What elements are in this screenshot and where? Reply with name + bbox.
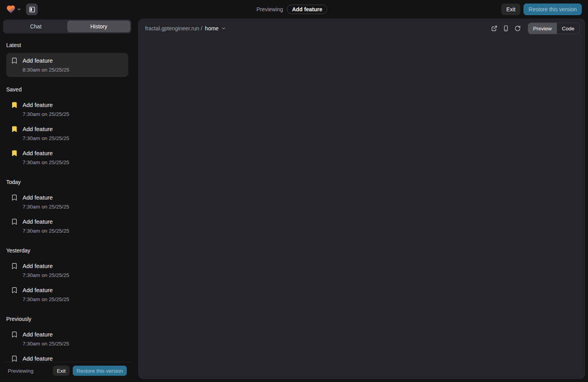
- preview-toolbar: Preview Code: [489, 23, 580, 34]
- smartphone-icon: [503, 25, 509, 32]
- section-title: Saved: [6, 86, 128, 93]
- bookmark-outline-icon: [11, 355, 18, 362]
- bookmark-filled-icon: [11, 126, 18, 133]
- item-title: Add feature: [23, 125, 69, 133]
- item-title: Add feature: [23, 262, 69, 270]
- item-title: Add feature: [23, 218, 69, 226]
- item-timestamp: 7:30am on 25/25/25: [23, 135, 69, 142]
- refresh-button[interactable]: [512, 23, 523, 34]
- topbar-left: [6, 4, 38, 15]
- tab-code[interactable]: Code: [557, 23, 579, 34]
- version-name-badge: Add feature: [287, 5, 327, 14]
- item-timestamp: 7:30am on 25/25/25: [23, 203, 69, 210]
- section-title: Today: [6, 179, 128, 185]
- bookmark-filled-icon: [11, 102, 18, 109]
- preview-viewport: [139, 38, 584, 378]
- history-item[interactable]: Add feature7:30am on 25/25/25: [6, 258, 128, 282]
- item-timestamp: 7:30am on 25/25/25: [23, 296, 69, 303]
- section-title: Latest: [6, 42, 128, 48]
- restore-version-button[interactable]: Restore this version: [523, 4, 582, 15]
- chevron-down-icon: [17, 7, 21, 12]
- section-title: Previously: [6, 316, 128, 322]
- history-list: LatestAdd feature8:30am on 25/25/25Saved…: [3, 36, 131, 362]
- previewing-label: Previewing: [256, 6, 283, 12]
- item-timestamp: 7:30am on 25/25/25: [23, 272, 69, 279]
- bookmark-filled-icon: [11, 150, 18, 157]
- sidebar-tabs: Chat History: [3, 19, 131, 33]
- item-timestamp: 7:30am on 25/25/25: [23, 228, 69, 234]
- panel-left-icon: [29, 6, 35, 13]
- history-item[interactable]: Add feature7:30am on 25/25/25: [6, 97, 128, 121]
- bookmark-outline-icon: [11, 331, 18, 338]
- history-item[interactable]: Add feature7:30am on 25/25/25: [6, 121, 128, 145]
- item-title: Add feature: [23, 149, 69, 157]
- open-in-new-tab-button[interactable]: [489, 23, 500, 34]
- item-timestamp: 7:30am on 25/25/25: [23, 159, 69, 166]
- mobile-view-button[interactable]: [500, 23, 511, 34]
- lovable-heart-icon: [6, 5, 16, 14]
- footer-buttons: Exit Restore this version: [53, 366, 127, 376]
- tab-preview[interactable]: Preview: [528, 23, 557, 34]
- footer-exit-button[interactable]: Exit: [53, 366, 70, 376]
- history-item[interactable]: Add feature7:30am on 25/25/25: [6, 145, 128, 170]
- section-title: Yesterday: [6, 247, 128, 254]
- topbar: Previewing Add feature Exit Restore this…: [0, 0, 588, 19]
- history-item[interactable]: Add feature7:30am on 25/25/25: [6, 327, 128, 351]
- exit-button[interactable]: Exit: [501, 4, 520, 15]
- item-timestamp: 7:30am on 25/25/25: [23, 340, 69, 347]
- item-title: Add feature: [23, 57, 69, 65]
- sidebar-toggle-button[interactable]: [26, 4, 38, 15]
- footer-previewing-label: Previewing: [8, 368, 33, 374]
- url-breadcrumb[interactable]: fractal.gptengineer.run / home: [145, 25, 226, 32]
- history-item[interactable]: Add feature7:30am on 25/25/25: [6, 282, 128, 307]
- preview-code-toggle: Preview Code: [528, 23, 580, 34]
- bookmark-outline-icon: [11, 194, 18, 201]
- tab-chat[interactable]: Chat: [4, 21, 67, 32]
- sidebar-footer: Previewing Exit Restore this version: [3, 362, 131, 376]
- item-timestamp: 7:30am on 25/25/25: [23, 111, 69, 117]
- chevron-down-icon: [221, 26, 226, 31]
- url-domain: fractal.gptengineer.run /: [145, 25, 202, 32]
- preview-panel-header: fractal.gptengineer.run / home: [139, 19, 584, 38]
- external-link-icon: [491, 25, 497, 32]
- item-title: Add feature: [23, 194, 69, 202]
- bookmark-outline-icon: [11, 287, 18, 294]
- url-page: home: [205, 25, 219, 32]
- logo-menu-button[interactable]: [6, 5, 21, 14]
- footer-restore-version-button[interactable]: Restore this version: [73, 366, 127, 376]
- bookmark-outline-icon: [11, 57, 18, 64]
- item-title: Add feature: [23, 286, 69, 294]
- main-row: Chat History LatestAdd feature8:30am on …: [0, 19, 588, 382]
- item-title: Add feature: [23, 101, 69, 109]
- refresh-icon: [514, 25, 521, 32]
- history-item[interactable]: Add feature7:30am on 25/25/25: [6, 214, 128, 238]
- tab-history[interactable]: History: [67, 21, 130, 32]
- bookmark-outline-icon: [11, 218, 18, 225]
- history-item[interactable]: Add feature7:30am on 25/25/25: [6, 351, 128, 362]
- history-item[interactable]: Add feature8:30am on 25/25/25: [6, 53, 128, 77]
- item-title: Add feature: [23, 331, 69, 338]
- history-item[interactable]: Add feature7:30am on 25/25/25: [6, 190, 128, 214]
- history-sidebar: Chat History LatestAdd feature8:30am on …: [0, 19, 135, 382]
- item-timestamp: 8:30am on 25/25/25: [23, 67, 69, 73]
- topbar-center: Previewing Add feature: [256, 0, 327, 19]
- topbar-right: Exit Restore this version: [501, 4, 582, 15]
- bookmark-outline-icon: [11, 263, 18, 270]
- preview-panel: fractal.gptengineer.run / home: [138, 19, 585, 379]
- item-title: Add feature: [23, 355, 69, 362]
